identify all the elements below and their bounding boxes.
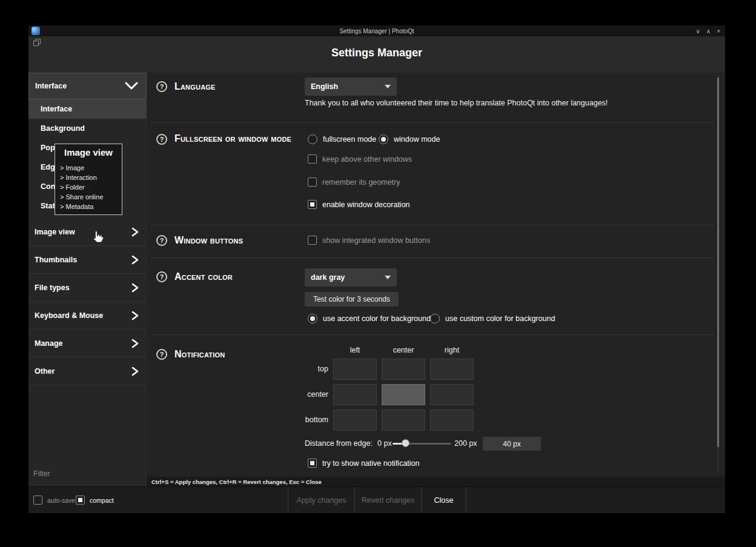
maximize-button[interactable]: ∧ <box>706 28 711 35</box>
scrollbar-track[interactable] <box>717 75 719 472</box>
hand-cursor-icon <box>93 230 104 243</box>
notification-row-label-top: top <box>283 365 328 373</box>
section-title-window-buttons: Window buttons <box>174 231 243 249</box>
distance-slider-handle[interactable] <box>402 439 409 447</box>
sidebar-category-interface[interactable]: Interface <box>28 73 147 99</box>
tooltip-item: > Share online <box>60 193 103 202</box>
notification-position-center-center[interactable] <box>382 384 425 405</box>
notification-row-label-bottom: bottom <box>283 416 328 424</box>
scrollbar-thumb[interactable] <box>717 78 719 447</box>
distance-label: Distance from edge: <box>305 439 373 448</box>
notification-position-top-right[interactable] <box>430 359 474 380</box>
sidebar-category-file-types[interactable]: File types <box>28 274 147 302</box>
sidebar-item-interface[interactable]: Interface <box>28 99 147 119</box>
notification-row-label-center: center <box>283 390 328 399</box>
sidebar-category-keyboard-mouse[interactable]: Keyboard & Mouse <box>28 302 147 330</box>
filter-input[interactable] <box>33 466 141 481</box>
revert-changes-button[interactable]: Revert changes <box>354 487 421 513</box>
checkbox-icon <box>33 496 42 505</box>
notification-position-bottom-left[interactable] <box>333 409 377 431</box>
custom-color-background-radio[interactable]: use custom color for background <box>430 313 555 323</box>
sidebar-category-thumbnails[interactable]: Thumbnails <box>28 246 147 274</box>
radio-icon <box>430 314 440 323</box>
chevron-right-icon <box>131 282 139 293</box>
image-view-tooltip: Image view > Image > Interaction > Folde… <box>55 144 122 215</box>
distance-min-label: 0 px <box>377 439 392 448</box>
radio-icon <box>308 134 317 144</box>
window-decoration-checkbox[interactable]: enable window decoration <box>308 199 410 210</box>
shortcuts-bar: Ctrl+S = Apply changes, Ctrl+R = Revert … <box>147 477 725 486</box>
popout-icon[interactable] <box>33 39 41 46</box>
chevron-right-icon <box>131 254 139 265</box>
section-divider <box>151 122 715 123</box>
checkbox-checked-icon <box>76 496 85 505</box>
notification-position-center-left[interactable] <box>333 384 377 405</box>
close-button[interactable]: Close <box>421 487 466 513</box>
tooltip-item: > Image <box>60 164 84 173</box>
tooltip-item: > Interaction <box>60 174 97 182</box>
chevron-right-icon <box>131 338 139 349</box>
minimize-button[interactable]: ∨ <box>696 28 700 35</box>
help-icon[interactable]: ? <box>156 134 167 145</box>
header-bar: Settings Manager <box>28 36 725 73</box>
notification-position-top-center[interactable] <box>382 359 425 380</box>
window-title: Settings Manager | PhotoQt <box>28 28 725 35</box>
distance-max-label: 200 px <box>454 439 477 448</box>
window-mode-radio[interactable]: window mode <box>379 134 440 144</box>
accent-color-background-radio[interactable]: use accent color for background <box>308 313 431 323</box>
photoqt-logo-icon <box>31 27 40 35</box>
integrated-window-buttons-checkbox[interactable]: show integrated window buttons <box>308 235 430 245</box>
shortcuts-text: Ctrl+S = Apply changes, Ctrl+R = Revert … <box>151 479 322 485</box>
distance-value-button[interactable]: 40 px <box>483 437 541 451</box>
test-color-button[interactable]: Test color for 3 seconds <box>305 292 399 307</box>
fullscreen-mode-radio[interactable]: fullscreen mode <box>308 134 376 144</box>
close-window-button[interactable]: × <box>717 28 720 35</box>
keep-above-checkbox[interactable]: keep above other windows <box>308 154 412 164</box>
sidebar-item-background[interactable]: Background <box>28 119 147 138</box>
checkbox-checked-icon <box>308 459 317 468</box>
help-icon[interactable]: ? <box>156 349 167 360</box>
section-title-language: Language <box>174 78 216 95</box>
checkbox-icon <box>308 154 317 164</box>
tooltip-item: > Metadata <box>60 203 93 211</box>
sidebar: Interface Interface Background Popout Ed… <box>28 73 147 486</box>
accent-color-dropdown[interactable]: dark gray <box>305 268 397 287</box>
auto-save-checkbox[interactable]: auto-save <box>33 495 75 505</box>
native-notification-checkbox[interactable]: try to show native notification <box>308 458 420 468</box>
help-icon[interactable]: ? <box>156 271 167 282</box>
tooltip-title: Image view <box>55 147 122 157</box>
notification-position-bottom-center[interactable] <box>382 409 425 431</box>
section-title-notification: Notification <box>174 345 225 363</box>
notification-position-center-right[interactable] <box>430 384 474 405</box>
notification-col-label-left: left <box>333 346 377 354</box>
sidebar-category-label: Interface <box>35 82 67 90</box>
notification-position-bottom-right[interactable] <box>430 409 474 431</box>
sidebar-category-other[interactable]: Other <box>28 357 147 385</box>
language-note: Thank you to all who volunteered their t… <box>305 99 608 107</box>
dropdown-caret-icon <box>385 276 391 279</box>
sidebar-category-manage[interactable]: Manage <box>28 330 147 357</box>
footer-bar: auto-save compact Apply changes Revert c… <box>28 486 725 513</box>
settings-content: ? Language English Thank you to all who … <box>147 73 725 477</box>
remember-geometry-checkbox[interactable]: remember its geometry <box>308 177 400 187</box>
language-dropdown[interactable]: English <box>305 78 397 96</box>
section-divider <box>151 257 715 258</box>
chevron-right-icon <box>131 227 139 237</box>
notification-col-label-right: right <box>430 346 474 354</box>
chevron-right-icon <box>131 310 139 321</box>
window-controls: ∨ ∧ × <box>696 25 721 36</box>
dropdown-caret-icon <box>385 85 391 88</box>
sidebar-category-image-view[interactable]: Image view <box>28 218 147 246</box>
help-icon[interactable]: ? <box>156 235 167 246</box>
section-divider <box>151 225 715 225</box>
chevron-right-icon <box>131 366 139 377</box>
checkbox-checked-icon <box>308 200 317 209</box>
radio-selected-icon <box>379 134 388 144</box>
settings-manager-window: Settings Manager | PhotoQt ∨ ∧ × Setting… <box>28 25 725 513</box>
apply-changes-button[interactable]: Apply changes <box>288 487 354 513</box>
titlebar[interactable]: Settings Manager | PhotoQt ∨ ∧ × <box>28 25 725 36</box>
compact-checkbox[interactable]: compact <box>76 495 114 505</box>
checkbox-icon <box>308 177 317 187</box>
help-icon[interactable]: ? <box>156 81 167 92</box>
notification-position-top-left[interactable] <box>333 359 377 380</box>
